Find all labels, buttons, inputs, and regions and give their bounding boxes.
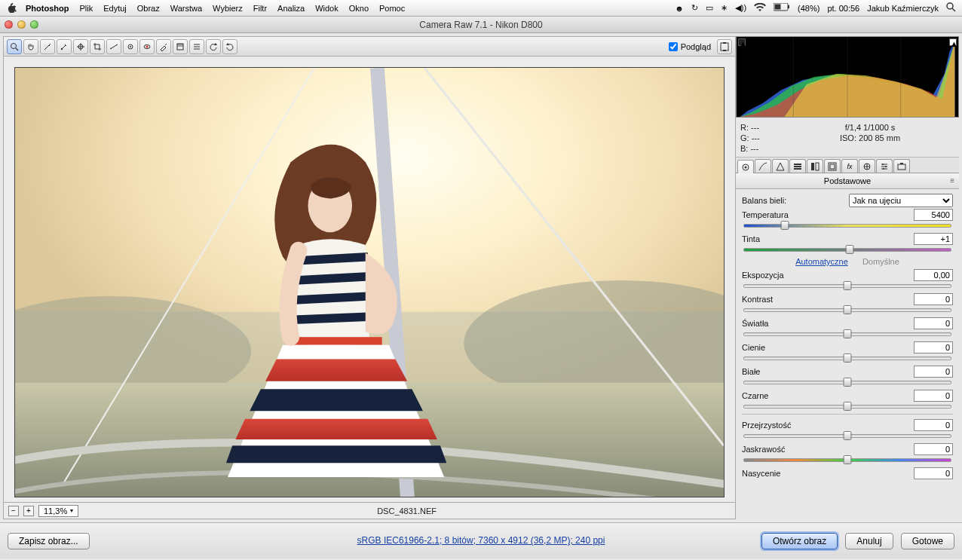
tab-calib[interactable]: [859, 159, 875, 173]
menu-analiza[interactable]: Analiza: [277, 4, 305, 13]
user-name[interactable]: Jakub Kaźmierczyk: [867, 4, 939, 13]
tab-curve[interactable]: [755, 159, 771, 173]
menu-app[interactable]: Photoshop: [26, 4, 69, 13]
whites-label: Białe: [742, 367, 909, 376]
vibrance-slider[interactable]: [743, 457, 951, 463]
saturation-value[interactable]: 0: [914, 467, 953, 479]
shadows-value[interactable]: 0: [914, 341, 953, 353]
tab-split[interactable]: [807, 159, 823, 173]
graduated-filter-tool[interactable]: [173, 39, 188, 54]
redeye-tool[interactable]: [139, 39, 155, 54]
menu-edytuj[interactable]: Edytuj: [103, 4, 127, 13]
svg-rect-43: [794, 164, 801, 165]
svg-rect-57: [898, 164, 905, 170]
menu-obraz[interactable]: Obraz: [137, 4, 160, 13]
menu-filtr[interactable]: Filtr: [253, 4, 267, 13]
tab-snapshots[interactable]: [893, 159, 910, 173]
preview-toggle[interactable]: Podgląd: [669, 42, 711, 51]
bluetooth-icon[interactable]: ∗: [721, 3, 728, 13]
crop-tool[interactable]: [90, 39, 105, 54]
zoom-in-button[interactable]: +: [23, 506, 34, 516]
battery-icon[interactable]: [774, 3, 790, 13]
apple-menu-icon[interactable]: [6, 2, 17, 14]
menu-warstwa[interactable]: Warstwa: [170, 4, 202, 13]
blacks-value[interactable]: 0: [914, 390, 953, 402]
tint-slider[interactable]: [743, 246, 951, 252]
menu-pomoc[interactable]: Pomoc: [379, 4, 405, 13]
fullscreen-button[interactable]: [717, 39, 732, 54]
svg-rect-37: [289, 337, 381, 344]
shadows-slider[interactable]: [743, 355, 951, 361]
zoom-level-select[interactable]: 11,3% ▾: [38, 505, 78, 517]
svg-line-34: [296, 277, 369, 280]
exposure-value[interactable]: 0,00: [914, 269, 953, 281]
contrast-value[interactable]: 0: [914, 293, 953, 305]
default-link[interactable]: Domyślne: [862, 257, 899, 266]
color-sampler-tool[interactable]: [57, 39, 72, 54]
highlights-value[interactable]: 0: [914, 317, 953, 329]
filename: DSC_4831.NEF: [83, 506, 731, 516]
menu-plik[interactable]: Plik: [79, 4, 93, 13]
tab-basic[interactable]: [737, 160, 754, 173]
wb-select[interactable]: Jak na ujęciu: [849, 194, 953, 207]
exposure-slider[interactable]: [743, 283, 951, 289]
temperature-value[interactable]: 5400: [914, 209, 953, 221]
clarity-label: Przejrzystość: [742, 421, 909, 430]
rotate-cw-button[interactable]: [222, 39, 237, 54]
highlights-label: Światła: [742, 319, 909, 328]
spotlight-icon[interactable]: [946, 2, 956, 14]
sync-icon[interactable]: ↻: [691, 3, 698, 13]
clarity-slider[interactable]: [743, 433, 951, 439]
minimize-window-button[interactable]: [17, 20, 26, 29]
clock[interactable]: pt. 00:56: [827, 4, 859, 13]
workflow-options-link[interactable]: sRGB IEC61966-2.1; 8 bitów; 7360 x 4912 …: [357, 535, 605, 546]
zoom-window-button[interactable]: [30, 20, 38, 29]
svg-rect-49: [830, 164, 835, 169]
auto-link[interactable]: Automatyczne: [795, 257, 848, 266]
tab-presets[interactable]: [876, 159, 893, 173]
face-icon[interactable]: ☻: [675, 4, 684, 13]
tint-value[interactable]: +1: [914, 233, 953, 245]
clarity-value[interactable]: 0: [914, 419, 953, 431]
tab-lens[interactable]: [824, 159, 841, 173]
target-adjust-tool[interactable]: [73, 39, 88, 54]
svg-point-42: [745, 166, 747, 168]
display-icon[interactable]: ▭: [706, 3, 713, 13]
rotate-ccw-button[interactable]: [206, 39, 221, 54]
image-preview[interactable]: [14, 67, 725, 497]
highlight-clip-icon[interactable]: ▲: [949, 38, 957, 46]
straighten-tool[interactable]: [106, 39, 121, 54]
exif-iso-focal: ISO: 200 85 mm: [786, 133, 954, 143]
temperature-slider[interactable]: [743, 222, 951, 228]
contrast-slider[interactable]: [743, 307, 951, 313]
spot-removal-tool[interactable]: [123, 39, 138, 54]
tab-fx[interactable]: fx: [841, 159, 858, 173]
whites-value[interactable]: 0: [914, 366, 953, 378]
panel-menu-icon[interactable]: ≡: [950, 176, 954, 185]
tab-detail[interactable]: [772, 159, 789, 173]
exposure-label: Ekspozycja: [742, 271, 909, 280]
whites-slider[interactable]: [743, 379, 951, 385]
svg-rect-58: [900, 163, 903, 164]
vibrance-value[interactable]: 0: [914, 443, 953, 455]
hand-tool[interactable]: [23, 39, 38, 54]
svg-line-13: [116, 44, 117, 45]
volume-icon[interactable]: ◀)): [735, 3, 746, 13]
menu-wybierz[interactable]: Wybierz: [213, 4, 243, 13]
histogram[interactable]: ▲ ▲: [736, 36, 959, 118]
shadow-clip-icon[interactable]: ▲: [738, 38, 746, 46]
close-window-button[interactable]: [5, 20, 13, 29]
wb-tool[interactable]: [40, 39, 55, 54]
tab-hsl[interactable]: [789, 159, 806, 173]
wifi-icon[interactable]: [754, 3, 766, 14]
menu-widok[interactable]: Widok: [315, 4, 339, 13]
zoom-tool[interactable]: [7, 39, 22, 54]
blacks-slider[interactable]: [743, 403, 951, 409]
preview-checkbox[interactable]: [669, 42, 678, 51]
preferences-button[interactable]: [189, 39, 204, 54]
adjustment-brush-tool[interactable]: [156, 39, 171, 54]
zoom-out-button[interactable]: −: [8, 506, 19, 516]
svg-rect-2: [788, 5, 789, 8]
menu-okno[interactable]: Okno: [349, 4, 369, 13]
highlights-slider[interactable]: [743, 331, 951, 337]
